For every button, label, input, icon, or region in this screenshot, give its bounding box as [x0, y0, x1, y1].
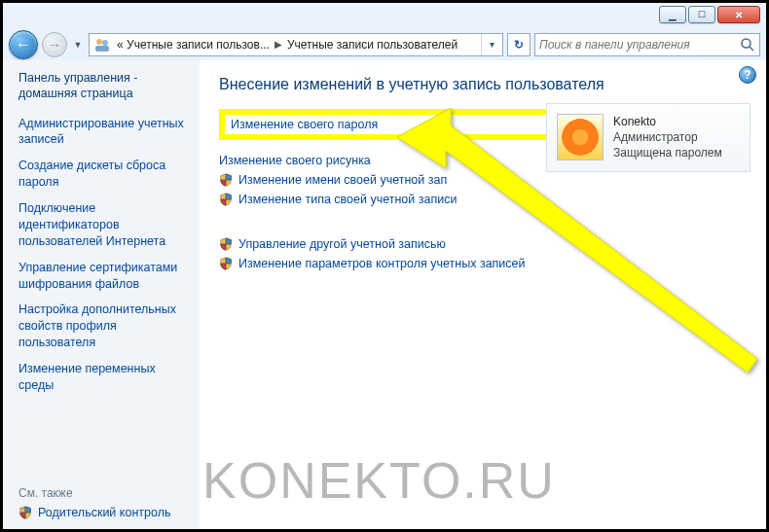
shield-icon [18, 506, 32, 519]
manage-another-account-link[interactable]: Управление другой учетной записью [219, 237, 751, 251]
help-button[interactable]: ? [739, 66, 756, 84]
search-icon [740, 37, 755, 53]
address-bar[interactable]: « Учетные записи пользов... ▶ Учетные за… [89, 33, 503, 56]
sidebar: Панель управления - домашняя страница Ад… [3, 60, 200, 529]
svg-point-0 [96, 39, 102, 45]
window-titlebar: ▁ ☐ ✕ [3, 3, 766, 28]
control-panel-window: ▁ ☐ ✕ ← → ▼ « Учетные записи пользов... … [3, 3, 766, 529]
maximize-icon: ☐ [698, 10, 706, 19]
shield-icon [219, 257, 233, 270]
change-uac-settings-link[interactable]: Изменение параметров контроля учетных за… [219, 257, 751, 270]
forward-button[interactable]: → [42, 32, 67, 57]
task-label: Управление другой учетной записью [238, 237, 446, 251]
refresh-button[interactable]: ↻ [507, 33, 531, 56]
search-box[interactable] [534, 33, 760, 56]
breadcrumb-root[interactable]: « Учетные записи пользов... [115, 38, 272, 52]
navigation-bar: ← → ▼ « Учетные записи пользов... ▶ Учет… [3, 28, 766, 60]
task-label: Изменение типа своей учетной записи [238, 193, 457, 206]
address-dropdown[interactable]: ▾ [481, 34, 502, 55]
minimize-icon: ▁ [669, 10, 677, 20]
see-also-label: См. также [18, 486, 186, 500]
user-info: Konekto Администратор Защищена паролем [613, 114, 722, 161]
page-title: Внесение изменений в учетную запись поль… [219, 76, 751, 93]
sidebar-link[interactable]: Создание дискеты сброса пароля [18, 158, 186, 191]
svg-line-4 [750, 47, 753, 51]
task-label: Изменение параметров контроля учетных за… [238, 257, 526, 270]
user-account-card: Konekto Администратор Защищена паролем [546, 103, 751, 172]
user-password-status: Защищена паролем [613, 145, 722, 160]
close-button[interactable]: ✕ [717, 6, 760, 23]
refresh-icon: ↻ [514, 38, 524, 52]
content-area: ? Внесение изменений в учетную запись по… [200, 60, 766, 529]
arrow-right-icon: → [48, 37, 61, 53]
sidebar-link[interactable]: Настройка дополнительных свойств профиля… [18, 301, 186, 351]
svg-point-3 [742, 39, 751, 48]
user-name: Konekto [613, 114, 722, 129]
search-input[interactable] [539, 38, 740, 52]
change-account-type-link[interactable]: Изменение типа своей учетной записи [219, 193, 751, 206]
user-avatar [557, 114, 604, 160]
chevron-right-icon[interactable]: ▶ [272, 39, 285, 50]
parental-controls-link[interactable]: Родительский контроль [18, 506, 186, 519]
sidebar-link[interactable]: Изменение переменных среды [18, 361, 186, 394]
close-icon: ✕ [735, 10, 743, 20]
maximize-button[interactable]: ☐ [688, 6, 715, 23]
help-icon: ? [744, 68, 751, 82]
nav-history-dropdown[interactable]: ▼ [71, 35, 85, 54]
svg-point-1 [102, 40, 108, 46]
back-button[interactable]: ← [9, 30, 38, 59]
user-role: Администратор [613, 129, 722, 145]
sidebar-link[interactable]: Подключение идентификаторов пользователе… [18, 200, 186, 250]
task-label: Изменение имени своей учетной зап [238, 173, 447, 187]
sidebar-item-label: Родительский контроль [38, 506, 170, 519]
shield-icon [219, 193, 233, 206]
user-accounts-icon [92, 35, 112, 54]
change-account-name-link[interactable]: Изменение имени своей учетной зап [219, 173, 751, 187]
chevron-down-icon: ▼ [74, 40, 83, 50]
control-panel-home-link[interactable]: Панель управления - домашняя страница [18, 70, 186, 102]
breadcrumb-current[interactable]: Учетные записи пользователей [285, 38, 459, 52]
chevron-down-icon: ▾ [490, 39, 494, 50]
svg-rect-2 [95, 46, 109, 52]
shield-icon [219, 173, 233, 187]
sidebar-link[interactable]: Управление сертификатами шифрования файл… [18, 260, 186, 293]
sidebar-link[interactable]: Администрирование учетных записей [18, 116, 186, 149]
shield-icon [219, 237, 233, 251]
minimize-button[interactable]: ▁ [659, 6, 686, 23]
arrow-left-icon: ← [16, 36, 31, 53]
